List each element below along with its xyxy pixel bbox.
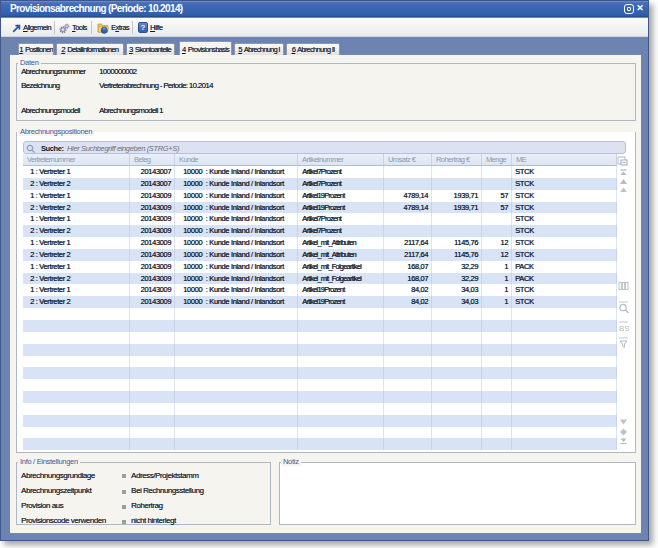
svg-text:BS: BS [619, 324, 630, 333]
